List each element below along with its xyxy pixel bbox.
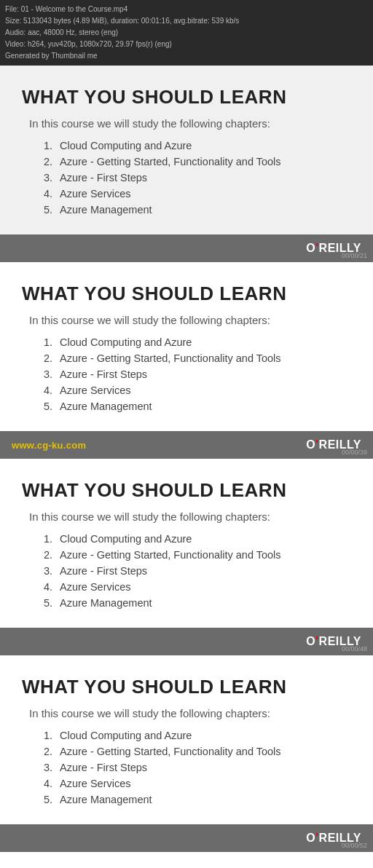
slide-2-title: WHAT YOU SHOULD LEARN (22, 283, 351, 305)
list-text: Azure Services (60, 778, 131, 789)
list-item: 2.Azure - Getting Started, Functionality… (44, 156, 351, 167)
list-num: 5. (44, 597, 60, 609)
list-text: Azure - Getting Started, Functionality a… (60, 746, 281, 757)
slide-2-footer: www.cg-ku.com O'REILLY (0, 431, 373, 459)
list-item: 3.Azure - First Steps (44, 368, 351, 380)
slide-1-chapter-list: 1.Cloud Computing and Azure 2.Azure - Ge… (22, 140, 351, 216)
list-item: 2.Azure - Getting Started, Functionality… (44, 746, 351, 757)
info-line2: Size: 5133043 bytes (4.89 MiB), duration… (5, 15, 368, 27)
slide-4-timestamp: 00/00/52 (342, 842, 367, 849)
list-item: 3.Azure - First Steps (44, 762, 351, 773)
list-num: 2. (44, 156, 60, 167)
list-num: 4. (44, 384, 60, 396)
slide-2-timestamp: 00/00/39 (342, 449, 367, 456)
info-line3: Audio: aac, 48000 Hz, stereo (eng) (5, 27, 368, 39)
list-num: 4. (44, 581, 60, 593)
list-num: 5. (44, 794, 60, 805)
info-line1: File: 01 - Welcome to the Course.mp4 (5, 4, 368, 15)
slide-1-wrapper: WHAT YOU SHOULD LEARN In this course we … (0, 66, 373, 262)
list-text: Azure - Getting Started, Functionality a… (60, 549, 281, 561)
slide-4-subtitle: In this course we will study the followi… (22, 707, 351, 719)
slide-4: WHAT YOU SHOULD LEARN In this course we … (0, 655, 373, 824)
slide-2-chapter-list: 1.Cloud Computing and Azure 2.Azure - Ge… (22, 336, 351, 412)
list-item: 3.Azure - First Steps (44, 172, 351, 184)
list-text: Cloud Computing and Azure (60, 140, 192, 151)
slide-1-title: WHAT YOU SHOULD LEARN (22, 86, 351, 108)
list-text: Azure Management (60, 597, 152, 609)
watermark-2: www.cg-ku.com (12, 440, 86, 451)
list-item: 4.Azure Services (44, 384, 351, 396)
slide-3-chapter-list: 1.Cloud Computing and Azure 2.Azure - Ge… (22, 533, 351, 609)
list-text: Azure Services (60, 384, 131, 396)
list-num: 5. (44, 401, 60, 412)
list-num: 2. (44, 549, 60, 561)
list-text: Azure Management (60, 401, 152, 412)
list-text: Azure - First Steps (60, 368, 147, 380)
list-item: 1.Cloud Computing and Azure (44, 730, 351, 741)
list-num: 3. (44, 368, 60, 380)
list-text: Azure - Getting Started, Functionality a… (60, 156, 281, 167)
slide-2-subtitle: In this course we will study the followi… (22, 314, 351, 326)
list-text: Cloud Computing and Azure (60, 533, 192, 545)
list-num: 5. (44, 204, 60, 216)
slide-4-title: WHAT YOU SHOULD LEARN (22, 676, 351, 698)
slide-1-subtitle: In this course we will study the followi… (22, 117, 351, 130)
list-text: Azure Services (60, 188, 131, 200)
slide-4-wrapper: WHAT YOU SHOULD LEARN In this course we … (0, 655, 373, 852)
info-line4: Video: h264, yuv420p, 1080x720, 29.97 fp… (5, 39, 368, 50)
list-text: Azure Services (60, 581, 131, 593)
list-num: 2. (44, 746, 60, 757)
list-num: 4. (44, 778, 60, 789)
slide-3-wrapper: WHAT YOU SHOULD LEARN In this course we … (0, 459, 373, 655)
list-text: Azure Management (60, 794, 152, 805)
list-item: 4.Azure Services (44, 581, 351, 593)
slide-3: WHAT YOU SHOULD LEARN In this course we … (0, 459, 373, 628)
list-item: 1.Cloud Computing and Azure (44, 533, 351, 545)
list-item: 3.Azure - First Steps (44, 565, 351, 577)
list-num: 2. (44, 352, 60, 364)
slide-4-footer: O'REILLY (0, 824, 373, 852)
list-item: 5.Azure Management (44, 401, 351, 412)
list-num: 1. (44, 533, 60, 545)
slide-3-footer: O'REILLY (0, 628, 373, 655)
list-item: 5.Azure Management (44, 204, 351, 216)
list-num: 1. (44, 336, 60, 348)
slide-1: WHAT YOU SHOULD LEARN In this course we … (0, 66, 373, 234)
slide-3-timestamp: 00/00/48 (342, 645, 367, 652)
list-item: 2.Azure - Getting Started, Functionality… (44, 352, 351, 364)
list-item: 4.Azure Services (44, 778, 351, 789)
slide-2-wrapper: WHAT YOU SHOULD LEARN In this course we … (0, 262, 373, 459)
list-item: 5.Azure Management (44, 794, 351, 805)
list-item: 5.Azure Management (44, 597, 351, 609)
list-text: Cloud Computing and Azure (60, 336, 192, 348)
slide-3-subtitle: In this course we will study the followi… (22, 510, 351, 523)
list-text: Azure - First Steps (60, 172, 147, 184)
slide-1-footer: O'REILLY (0, 234, 373, 262)
list-text: Azure Management (60, 204, 152, 216)
slide-3-title: WHAT YOU SHOULD LEARN (22, 479, 351, 502)
info-line5: Generated by Thumbnail me (5, 50, 368, 62)
slide-2: WHAT YOU SHOULD LEARN In this course we … (0, 262, 373, 431)
list-num: 3. (44, 762, 60, 773)
list-text: Azure - Getting Started, Functionality a… (60, 352, 281, 364)
list-item: 1.Cloud Computing and Azure (44, 336, 351, 348)
list-num: 1. (44, 140, 60, 151)
list-num: 4. (44, 188, 60, 200)
list-item: 2.Azure - Getting Started, Functionality… (44, 549, 351, 561)
list-num: 3. (44, 565, 60, 577)
list-item: 4.Azure Services (44, 188, 351, 200)
list-text: Azure - First Steps (60, 762, 147, 773)
list-text: Azure - First Steps (60, 565, 147, 577)
list-text: Cloud Computing and Azure (60, 730, 192, 741)
top-info-bar: File: 01 - Welcome to the Course.mp4 Siz… (0, 0, 373, 66)
slide-4-chapter-list: 1.Cloud Computing and Azure 2.Azure - Ge… (22, 730, 351, 805)
slide-1-timestamp: 00/00/21 (342, 252, 367, 259)
list-num: 3. (44, 172, 60, 184)
list-num: 1. (44, 730, 60, 741)
list-item: 1.Cloud Computing and Azure (44, 140, 351, 151)
